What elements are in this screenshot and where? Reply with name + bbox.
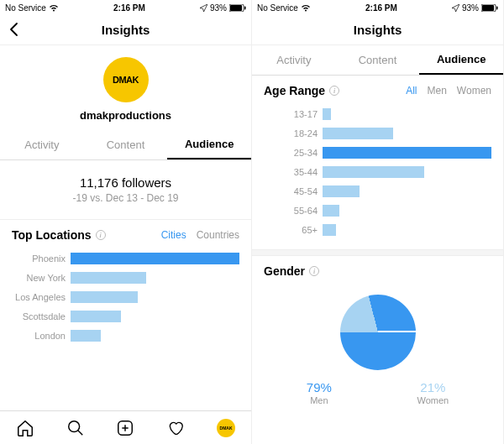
header: Insights [0,15,251,45]
bar-label: Los Angeles [12,292,71,302]
svg-rect-1 [230,5,242,11]
bar-fill [323,205,339,217]
bar-fill [323,108,331,120]
filter-cities[interactable]: Cities [161,229,186,241]
phone-left: No Service 2:16 PM 93% Insights DMAK dma… [0,0,252,444]
age-header: Age Range i All Men Women [252,76,503,102]
insights-tabs: Activity Content Audience [0,130,251,160]
nav-profile-icon[interactable]: DMAK [217,419,235,437]
wifi-icon [49,4,59,12]
tab-audience[interactable]: Audience [419,45,503,75]
back-button[interactable] [7,22,22,40]
bar-track [323,108,491,120]
svg-rect-6 [482,5,494,11]
bar-track [323,224,491,236]
bar-track [323,147,491,159]
profile-block: DMAK dmakproductions [0,45,251,130]
bar-fill [71,311,121,322]
bar-label: 13-17 [264,109,323,119]
followers-delta: -19 vs. Dec 13 - Dec 19 [0,192,251,204]
battery-icon [229,4,246,12]
location-icon [452,4,459,12]
phone-right: No Service 2:16 PM 93% Insights Activity… [252,0,504,444]
bar-row: 18-24 [264,125,491,142]
bar-track [323,166,491,178]
filter-men[interactable]: Men [428,85,447,97]
gender-stat-men: 79% Men [307,380,332,405]
status-bar: No Service 2:16 PM 93% [0,0,251,15]
page-title: Insights [102,23,150,37]
divider [252,249,503,256]
nav-add-icon[interactable] [116,419,134,437]
svg-rect-2 [244,6,246,9]
locations-header: Top Locations i Cities Countries [0,220,251,247]
followers-block: 11,176 followers -19 vs. Dec 13 - Dec 19 [0,160,251,220]
women-label: Women [417,395,449,405]
tab-content[interactable]: Content [84,130,168,159]
bar-row: Scottsdale [12,308,239,325]
battery-icon [481,4,498,12]
bar-row: London [12,327,239,344]
gender-block: 79% Men 21% Women [252,283,503,414]
bar-label: Scottsdale [12,311,71,321]
info-icon[interactable]: i [309,266,319,276]
status-bar: No Service 2:16 PM 93% [252,0,503,15]
bar-label: 65+ [264,225,323,235]
bar-row: 13-17 [264,106,491,123]
carrier-text: No Service [257,3,298,13]
carrier-text: No Service [5,3,46,13]
page-title: Insights [354,23,402,37]
tab-activity[interactable]: Activity [252,45,336,75]
nav-avatar: DMAK [217,419,235,437]
svg-point-3 [68,420,79,431]
gender-title: Gender [264,264,305,278]
bar-row: 35-44 [264,164,491,180]
bar-label: London [12,331,71,341]
info-icon[interactable]: i [96,230,106,240]
clock: 2:16 PM [113,3,145,13]
wifi-icon [301,4,311,12]
gender-pie-chart [340,295,416,370]
bar-label: New York [12,273,71,283]
locations-title: Top Locations [12,228,92,242]
nav-heart-icon[interactable] [166,419,185,437]
bar-track [323,128,491,139]
bar-row: 25-34 [264,144,491,161]
men-percent: 79% [307,380,332,394]
bar-fill [323,185,360,197]
bar-label: 35-44 [264,167,323,177]
bar-label: 18-24 [264,128,323,138]
tab-audience[interactable]: Audience [167,130,251,159]
locations-filter-group: Cities Countries [161,229,239,241]
bar-label: 45-54 [264,186,323,196]
battery-text: 93% [462,3,479,13]
followers-count: 11,176 followers [0,175,251,190]
location-icon [200,4,207,12]
insights-tabs: Activity Content Audience [252,45,503,76]
bottom-nav: DMAK [0,410,251,444]
username: dmakproductions [80,109,171,122]
filter-all[interactable]: All [406,85,417,97]
bar-track [71,253,239,264]
tab-content[interactable]: Content [336,45,420,75]
bar-fill [71,291,138,303]
avatar[interactable]: DMAK [103,57,149,102]
gender-header: Gender i [252,256,503,283]
bar-track [323,205,491,217]
nav-search-icon[interactable] [66,419,85,437]
header: Insights [252,15,503,45]
filter-women[interactable]: Women [457,85,491,97]
bar-fill [323,128,393,139]
bar-fill [323,224,336,236]
info-icon[interactable]: i [329,86,339,96]
bar-fill [71,272,146,284]
filter-countries[interactable]: Countries [197,229,239,241]
tab-activity[interactable]: Activity [0,130,84,159]
bar-row: New York [12,269,239,286]
bar-row: Los Angeles [12,289,239,306]
bar-track [71,291,239,303]
bar-track [71,311,239,322]
nav-home-icon[interactable] [16,419,34,437]
clock: 2:16 PM [365,3,397,13]
bar-fill [71,330,101,342]
